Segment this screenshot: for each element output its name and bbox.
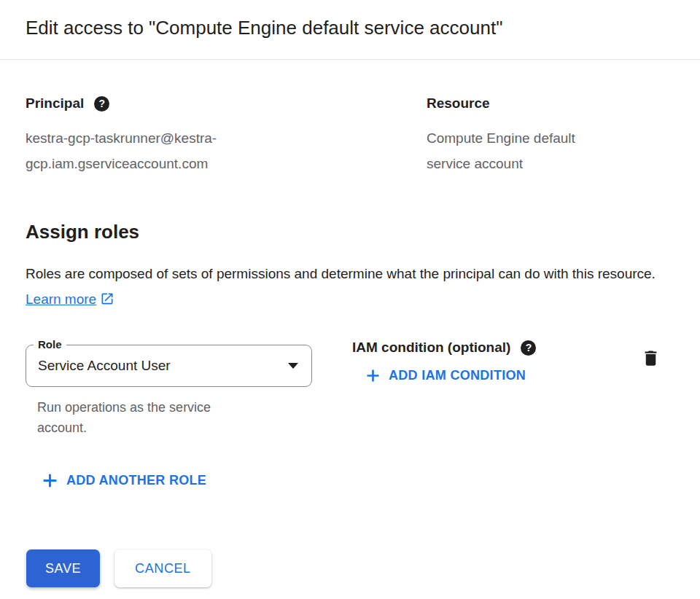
- trash-icon: [641, 348, 661, 368]
- plus-icon: [366, 369, 380, 383]
- dialog-title: Edit access to "Compute Engine default s…: [26, 15, 674, 42]
- cancel-button[interactable]: CANCEL: [114, 549, 211, 587]
- save-button[interactable]: SAVE: [26, 549, 100, 587]
- role-binding-row: Role Service Account User Run operations…: [26, 337, 674, 438]
- add-another-role-label: ADD ANOTHER ROLE: [66, 473, 206, 488]
- dialog-action-buttons: SAVE CANCEL: [26, 549, 674, 587]
- iam-condition-label: IAM condition (optional): [352, 340, 510, 356]
- resource-section: Resource Compute Engine default service …: [427, 95, 674, 176]
- plus-icon: [42, 473, 58, 488]
- role-select[interactable]: Role Service Account User: [26, 345, 312, 387]
- principal-help-icon[interactable]: ?: [94, 96, 109, 111]
- dialog-content: Principal ? kestra-gcp-taskrunner@kestra…: [0, 95, 700, 587]
- add-another-role-row: ADD ANOTHER ROLE: [42, 473, 674, 491]
- add-iam-condition-button[interactable]: ADD IAM CONDITION: [366, 368, 526, 383]
- principal-label: Principal: [26, 95, 84, 111]
- assign-roles-heading: Assign roles: [26, 221, 674, 243]
- add-iam-condition-label: ADD IAM CONDITION: [389, 368, 526, 383]
- delete-role-button[interactable]: [641, 348, 661, 368]
- resource-label: Resource: [427, 95, 490, 111]
- add-another-role-button[interactable]: ADD ANOTHER ROLE: [42, 473, 206, 488]
- principal-resource-row: Principal ? kestra-gcp-taskrunner@kestra…: [26, 95, 674, 176]
- assign-roles-description: Roles are composed of sets of permission…: [26, 261, 671, 312]
- role-select-label: Role: [34, 337, 66, 352]
- dialog-header: Edit access to "Compute Engine default s…: [0, 0, 700, 60]
- principal-section: Principal ? kestra-gcp-taskrunner@kestra…: [26, 95, 427, 176]
- external-link-icon: [100, 291, 114, 306]
- role-column: Role Service Account User Run operations…: [26, 337, 312, 438]
- resource-value: Compute Engine default service account: [427, 125, 612, 176]
- iam-condition-help-icon[interactable]: ?: [521, 340, 536, 356]
- iam-condition-column: IAM condition (optional) ? ADD IAM CONDI…: [352, 337, 536, 385]
- chevron-down-icon: [288, 363, 298, 369]
- learn-more-link[interactable]: Learn more: [26, 291, 114, 307]
- role-select-value: Service Account User: [26, 358, 288, 374]
- role-helper-text: Run operations as the service account.: [37, 397, 252, 438]
- principal-value: kestra-gcp-taskrunner@kestra-gcp.iam.gse…: [26, 125, 266, 176]
- assign-roles-description-text: Roles are composed of sets of permission…: [26, 266, 656, 281]
